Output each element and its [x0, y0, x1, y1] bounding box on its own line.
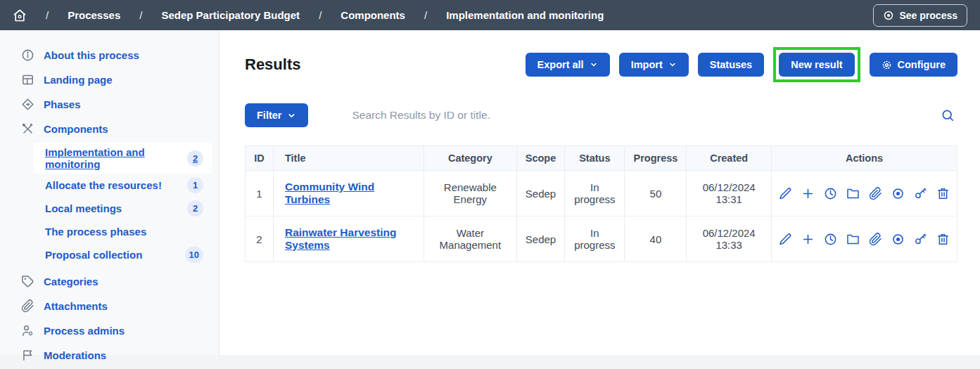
- cell-created: 06/12/2024 13:33: [687, 216, 772, 262]
- sidebar-item-landing-page[interactable]: Landing page: [0, 67, 219, 92]
- subitem-label: Proposal collection: [45, 249, 142, 261]
- result-title-link[interactable]: Rainwater Harvesting Systems: [285, 226, 397, 251]
- tools-icon: [21, 122, 34, 136]
- count-badge: 1: [187, 177, 203, 193]
- cell-id: 2: [246, 216, 274, 262]
- chevron-down-icon: [668, 60, 677, 69]
- statuses-label: Statuses: [710, 59, 752, 70]
- cell-progress: 40: [625, 216, 687, 262]
- history-clock-icon[interactable]: [824, 233, 837, 246]
- chevron-down-icon: [590, 60, 598, 69]
- cell-category: Water Management: [424, 216, 516, 262]
- search-input[interactable]: [352, 109, 938, 122]
- search-icon[interactable]: [938, 105, 957, 125]
- phases-diamond-icon: [21, 98, 34, 111]
- user-gear-icon: [21, 324, 34, 337]
- edit-icon[interactable]: [779, 187, 792, 200]
- content-area: About this process Landing page Phases C…: [0, 30, 980, 355]
- main-panel: Results Export all Import Statuses New r…: [219, 30, 980, 355]
- paperclip-icon: [21, 299, 34, 313]
- sidebar-item-about[interactable]: About this process: [0, 43, 219, 67]
- statuses-button[interactable]: Statuses: [698, 53, 764, 77]
- permissions-key-icon[interactable]: [914, 233, 927, 246]
- topbar: / Processes / Sedep Participatory Budget…: [0, 0, 980, 30]
- cell-status: In progress: [565, 216, 625, 262]
- toolbar: Export all Import Statuses New result: [526, 47, 957, 82]
- permissions-key-icon[interactable]: [914, 187, 927, 200]
- chevron-down-icon: [287, 111, 296, 120]
- add-icon[interactable]: [801, 233, 815, 246]
- history-clock-icon[interactable]: [824, 187, 837, 200]
- import-label: Import: [631, 59, 663, 70]
- row-actions: [779, 187, 950, 200]
- sidebar: About this process Landing page Phases C…: [0, 30, 219, 355]
- new-result-button[interactable]: New result: [779, 53, 854, 77]
- col-header-scope: Scope: [516, 146, 565, 171]
- filter-button[interactable]: Filter: [245, 103, 308, 127]
- subitem-label: The process phases: [45, 226, 146, 238]
- breadcrumb-separator: /: [46, 9, 49, 21]
- attachment-paperclip-icon[interactable]: [869, 187, 882, 200]
- export-all-button[interactable]: Export all: [526, 53, 610, 77]
- breadcrumb-separator: /: [424, 9, 427, 21]
- sidebar-item-attachments[interactable]: Attachments: [0, 294, 219, 318]
- cell-status: In progress: [565, 171, 625, 216]
- count-badge: 2: [187, 200, 203, 216]
- breadcrumb-current-component[interactable]: Implementation and monitoring: [446, 9, 604, 21]
- home-icon[interactable]: [13, 8, 27, 22]
- col-header-id: ID: [246, 146, 274, 171]
- components-sub-list: Implementation and monitoring 2 Allocate…: [0, 141, 219, 269]
- sidebar-item-phases[interactable]: Phases: [0, 92, 219, 117]
- filter-row: Filter: [245, 103, 957, 127]
- sidebar-item-label: Process admins: [44, 325, 125, 337]
- breadcrumb-process-name[interactable]: Sedep Participatory Budget: [161, 9, 300, 21]
- preview-eye-icon[interactable]: [891, 233, 905, 246]
- sidebar-subitem-local-meetings[interactable]: Local meetings 2: [34, 197, 212, 220]
- breadcrumb-processes[interactable]: Processes: [68, 9, 120, 21]
- breadcrumb-separator: /: [319, 9, 322, 21]
- preview-eye-icon[interactable]: [891, 187, 905, 200]
- row-actions: [779, 233, 950, 246]
- sidebar-subitem-proposal-collection[interactable]: Proposal collection 10: [34, 243, 212, 266]
- import-button[interactable]: Import: [619, 53, 689, 77]
- folder-icon[interactable]: [846, 187, 860, 200]
- sidebar-item-categories[interactable]: Categories: [0, 269, 219, 294]
- new-result-label: New result: [791, 59, 842, 70]
- folder-icon[interactable]: [846, 233, 860, 246]
- col-header-category: Category: [424, 146, 516, 171]
- cell-category: Renewable Energy: [424, 171, 516, 216]
- configure-button[interactable]: Configure: [870, 53, 957, 77]
- edit-icon[interactable]: [779, 233, 792, 246]
- see-process-button[interactable]: See process: [873, 4, 968, 27]
- delete-trash-icon[interactable]: [936, 187, 950, 200]
- sidebar-item-process-admins[interactable]: Process admins: [0, 318, 219, 343]
- breadcrumb-components[interactable]: Components: [341, 9, 405, 21]
- delete-trash-icon[interactable]: [936, 233, 950, 246]
- cell-created: 06/12/2024 13:31: [687, 171, 772, 216]
- tag-icon: [21, 275, 34, 288]
- table-header-row: ID Title Category Scope Status Progress …: [246, 146, 957, 171]
- col-header-created: Created: [687, 146, 772, 171]
- add-icon[interactable]: [801, 187, 815, 200]
- col-header-actions: Actions: [772, 146, 957, 171]
- count-badge: 10: [185, 247, 203, 263]
- col-header-title: Title: [273, 146, 424, 171]
- cell-progress: 50: [625, 171, 687, 216]
- sidebar-item-label: About this process: [44, 49, 139, 61]
- subitem-label: Implementation and monitoring: [45, 146, 187, 170]
- sidebar-subitem-implementation-and-monitoring[interactable]: Implementation and monitoring 2: [34, 143, 212, 174]
- sidebar-subitem-allocate-the-resources[interactable]: Allocate the resources! 1: [34, 174, 212, 197]
- result-title-link[interactable]: Community Wind Turbines: [285, 181, 374, 205]
- cell-scope: Sedep: [516, 171, 565, 216]
- cell-scope: Sedep: [516, 216, 565, 262]
- col-header-status: Status: [565, 146, 625, 171]
- breadcrumb: / Processes / Sedep Participatory Budget…: [13, 8, 604, 22]
- cell-id: 1: [246, 171, 274, 216]
- sidebar-item-moderations[interactable]: Moderations: [0, 343, 219, 368]
- attachment-paperclip-icon[interactable]: [869, 233, 882, 246]
- created-time: 13:31: [694, 193, 764, 205]
- sidebar-subitem-the-process-phases[interactable]: The process phases: [34, 220, 212, 243]
- table-row: 2 Rainwater Harvesting Systems Water Man…: [246, 216, 957, 262]
- subitem-label: Allocate the resources!: [45, 179, 162, 191]
- sidebar-item-components[interactable]: Components: [0, 117, 219, 141]
